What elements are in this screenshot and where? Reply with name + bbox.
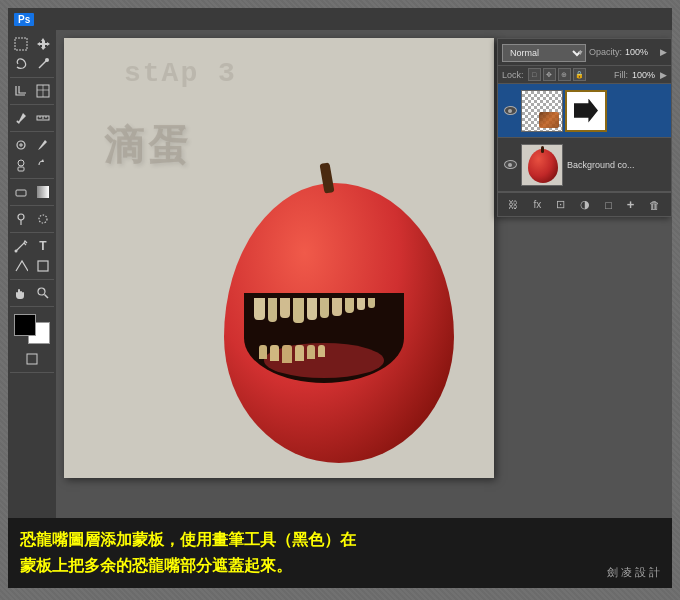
move-tool[interactable]	[33, 34, 53, 54]
dodge-tool[interactable]	[11, 209, 31, 229]
layer-group-btn[interactable]: □	[602, 197, 615, 213]
layer-link-btn[interactable]: ⛓	[505, 197, 521, 212]
tool-group-vector: T	[10, 236, 54, 280]
svg-rect-0	[15, 38, 27, 50]
tool-group-selection	[10, 34, 54, 78]
eyedropper-tool[interactable]	[11, 108, 31, 128]
svg-point-14	[18, 160, 24, 166]
slice-tool[interactable]	[33, 81, 53, 101]
fill-label: Fill:	[614, 70, 628, 80]
apple-graphic	[204, 153, 474, 473]
path-select[interactable]	[11, 256, 31, 276]
tool-group-extra	[10, 349, 54, 373]
gradient-tool[interactable]	[33, 182, 53, 202]
layer-2-stem	[541, 146, 544, 153]
upper-teeth	[254, 298, 375, 323]
ps-interface: Ps	[8, 8, 672, 588]
marquee-tool[interactable]	[11, 34, 31, 54]
lock-position[interactable]: ⊕	[558, 68, 571, 81]
eraser-tool[interactable]	[11, 182, 31, 202]
lock-icons: □ ✥ ⊕ 🔒	[528, 68, 586, 81]
blur-tool[interactable]	[33, 209, 53, 229]
layer-1-pixel-thumb	[521, 90, 563, 132]
lock-transparent[interactable]: □	[528, 68, 541, 81]
eye-open-1	[504, 106, 517, 115]
brush-tool[interactable]	[33, 135, 53, 155]
tool-group-toning	[10, 209, 54, 233]
layers-panel: Normal ▼ Opacity: 100% ▶ Lock: □ ✥	[497, 38, 672, 217]
eye-pupil-2	[508, 163, 512, 167]
apple-mouth	[244, 293, 404, 383]
opacity-label: Opacity:	[589, 47, 622, 57]
svg-point-21	[15, 250, 18, 253]
tool-group-navigate	[10, 283, 54, 307]
layer-2-visibility[interactable]	[502, 157, 518, 173]
eye-pupil-1	[508, 109, 512, 113]
layer-fx-btn[interactable]: fx	[530, 197, 544, 212]
layer-1-mask-thumb	[565, 90, 607, 132]
caption-author: 劍 凌 設 計	[607, 565, 660, 580]
lower-teeth	[259, 345, 325, 363]
tool-group-crop	[10, 81, 54, 105]
canvas-area: stAp 3 滴蛋	[56, 30, 672, 518]
canvas-background: stAp 3 滴蛋	[64, 38, 494, 478]
color-swatches[interactable]	[14, 314, 50, 344]
svg-point-18	[18, 214, 24, 220]
ruler-tool[interactable]	[33, 108, 53, 128]
layer-adjust-btn[interactable]: ◑	[577, 196, 593, 213]
svg-rect-22	[38, 261, 48, 271]
eye-open-2	[504, 160, 517, 169]
svg-point-6	[17, 121, 19, 123]
clone-stamp[interactable]	[11, 155, 31, 175]
svg-rect-25	[27, 354, 37, 364]
layer-item-2[interactable]: Background co...	[498, 138, 671, 192]
layer-2-thumb	[521, 144, 563, 186]
layer-1-thumb-content	[539, 112, 559, 128]
caption-line1: 恐龍嘴圖層添加蒙板，使用畫筆工具（黑色）在	[20, 531, 356, 548]
tool-group-retouch	[10, 108, 54, 132]
tool-group-painting	[10, 135, 54, 179]
lock-label: Lock:	[502, 70, 524, 80]
shape-tool[interactable]	[33, 256, 53, 276]
svg-line-24	[45, 295, 49, 299]
outer-background: Ps	[0, 0, 680, 600]
svg-point-20	[39, 215, 47, 223]
lock-image[interactable]: ✥	[543, 68, 556, 81]
layers-footer: ⛓ fx ⊡ ◑ □ + 🗑	[498, 192, 671, 216]
fill-arrow[interactable]: ▶	[660, 70, 667, 80]
foreground-color-swatch[interactable]	[14, 314, 36, 336]
svg-rect-15	[18, 167, 24, 171]
chinese-watermark: 滴蛋	[104, 118, 192, 173]
ps-logo: Ps	[14, 13, 34, 26]
layer-item-1[interactable]	[498, 84, 671, 138]
blend-opacity-row: Normal ▼ Opacity: 100% ▶	[498, 39, 671, 66]
pen-tool[interactable]	[11, 236, 31, 256]
magic-wand[interactable]	[33, 54, 53, 74]
screen-mode[interactable]	[22, 349, 42, 369]
hand-tool[interactable]	[11, 283, 31, 303]
zoom-tool[interactable]	[33, 283, 53, 303]
opacity-arrow[interactable]: ▶	[660, 47, 667, 57]
lock-all[interactable]: 🔒	[573, 68, 586, 81]
layer-delete-btn[interactable]: 🗑	[646, 197, 663, 213]
text-tool[interactable]: T	[33, 236, 53, 256]
layer-mask-btn[interactable]: ⊡	[553, 196, 568, 213]
layer-new-btn[interactable]: +	[624, 196, 638, 213]
workspace: T	[8, 30, 672, 518]
layer-1-visibility[interactable]	[502, 103, 518, 119]
canvas: stAp 3 滴蛋	[64, 38, 494, 478]
history-brush[interactable]	[33, 155, 53, 175]
spot-heal-tool[interactable]	[11, 135, 31, 155]
caption-text: 恐龍嘴圖層添加蒙板，使用畫筆工具（黑色）在 蒙板上把多余的恐龍嘴部分遮蓋起來。	[20, 527, 660, 578]
blend-mode-select[interactable]: Normal	[502, 44, 586, 62]
crop-tool[interactable]	[11, 81, 31, 101]
svg-point-23	[38, 288, 45, 295]
svg-rect-16	[16, 190, 26, 196]
opacity-value: 100%	[625, 47, 657, 57]
tool-group-fill	[10, 182, 54, 206]
step-label: stAp 3	[124, 58, 237, 89]
caption-line2: 蒙板上把多余的恐龍嘴部分遮蓋起來。	[20, 557, 292, 574]
lasso-tool[interactable]	[11, 54, 31, 74]
blend-mode-wrapper[interactable]: Normal ▼	[502, 42, 586, 62]
mask-arrow-shape	[574, 99, 598, 123]
